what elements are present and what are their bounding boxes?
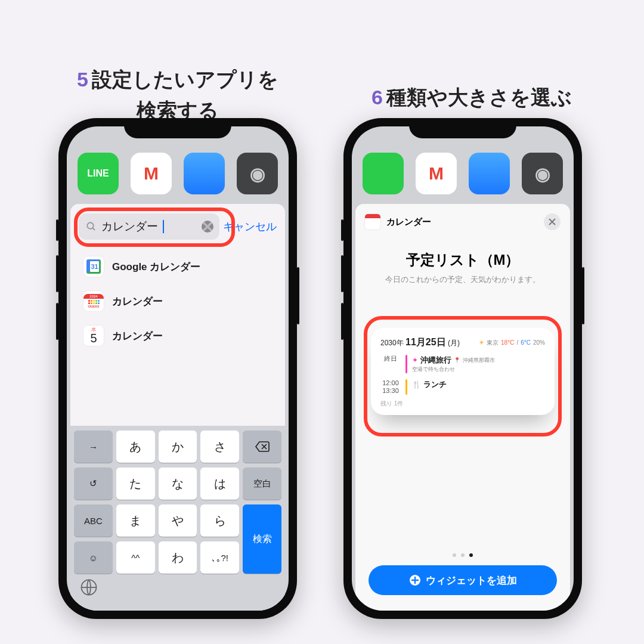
widget-picker-sheet: カレンダー 予定リスト（M） 今日のこれからの予定、天気がわかります。 2030…: [355, 204, 570, 611]
fork-knife-icon: 🍴: [412, 380, 421, 389]
app-camera-icon: ◉: [237, 153, 278, 194]
step-5-text: 設定したいアプリを 検索する: [92, 68, 278, 122]
app-gmail-icon: M: [416, 153, 457, 194]
key-a[interactable]: あ: [116, 431, 155, 463]
app-safari-icon: [184, 153, 225, 194]
home-apps-row: LINE M ◉: [67, 153, 289, 212]
key-abc[interactable]: ABC: [74, 504, 113, 537]
widget-subtitle: 今日のこれからの予定、天気がわかります。: [365, 274, 561, 285]
key-punct[interactable]: ､｡?!: [200, 541, 239, 574]
widget-title: 予定リスト（M）: [365, 250, 561, 270]
widget-preview[interactable]: 2030年 11月25日 (月) ☀ 東京 18°C/6°C 20% 終日: [371, 328, 555, 415]
preview-date: 2030年 11月25日 (月): [380, 336, 460, 349]
close-button[interactable]: [544, 213, 561, 230]
svg-point-0: [87, 222, 94, 229]
page-dots[interactable]: [365, 553, 561, 557]
app-line-icon: [363, 153, 404, 194]
preview-weather: ☀ 東京 18°C/6°C 20%: [479, 339, 545, 347]
key-ka[interactable]: か: [159, 431, 197, 463]
step-6-text: 種類や大きさを選ぶ: [386, 86, 572, 109]
app-safari-icon: [469, 153, 510, 194]
app-camera-icon: ◉: [522, 153, 563, 194]
step-6-number: 6: [371, 86, 383, 109]
key-ha[interactable]: は: [200, 467, 239, 500]
preview-remaining: 残り 1件: [380, 400, 545, 408]
key-arrow[interactable]: →: [74, 431, 113, 463]
result-ios-calendar[interactable]: 水 5 カレンダー: [73, 318, 283, 353]
phone-left: LINE M ◉ カレンダー キャンセル: [58, 118, 297, 619]
key-wa[interactable]: わ: [159, 541, 197, 574]
home-apps-row-2: M ◉: [352, 153, 574, 212]
yahoo-calendar-icon: [365, 214, 380, 230]
google-calendar-icon: [83, 256, 104, 277]
plus-circle-icon: [409, 574, 421, 586]
add-widget-button[interactable]: ウィジェットを追加: [369, 565, 557, 595]
globe-icon[interactable]: [80, 578, 98, 596]
preview-event-2: 12:0013:30 🍴 ランチ: [380, 379, 545, 395]
app-line-icon: LINE: [78, 153, 119, 194]
key-space[interactable]: 空白: [243, 467, 281, 500]
preview-event-1: 終日 ✦ 沖縄旅行 📍 沖縄県那覇市 空港で待ち合わせ: [380, 355, 545, 373]
key-backspace[interactable]: [243, 431, 281, 463]
key-ya[interactable]: や: [159, 504, 197, 537]
search-input[interactable]: カレンダー: [79, 213, 219, 240]
phone-right: M ◉ カレンダー 予定リスト（M） 今日のこれからの予定、天気がわかります。 …: [343, 118, 582, 619]
clear-search-icon[interactable]: [202, 221, 213, 233]
text-cursor: [163, 220, 164, 233]
key-na[interactable]: な: [159, 467, 197, 500]
widget-search-sheet: カレンダー キャンセル Google カレンダー 2024: [70, 204, 285, 611]
key-ra[interactable]: ら: [200, 504, 239, 537]
yahoo-calendar-icon: 2024 YAHOO!: [83, 291, 104, 311]
key-ta[interactable]: た: [116, 467, 155, 500]
app-gmail-icon: M: [131, 153, 172, 194]
key-caret[interactable]: ^^: [116, 541, 155, 574]
key-ma[interactable]: ま: [116, 504, 155, 537]
search-value: カレンダー: [101, 219, 158, 234]
result-google-calendar[interactable]: Google カレンダー: [73, 249, 283, 284]
close-icon: [549, 218, 556, 225]
search-icon: [86, 221, 97, 232]
step-5-number: 5: [77, 68, 88, 91]
sparkle-icon: ✦: [412, 356, 418, 364]
key-undo[interactable]: ↺: [74, 467, 113, 500]
cancel-button[interactable]: キャンセル: [223, 219, 277, 234]
key-sa[interactable]: さ: [200, 431, 239, 463]
backspace-icon: [255, 441, 270, 453]
weather-icon: ☀: [479, 339, 484, 346]
ios-calendar-icon: 水 5: [83, 326, 104, 346]
pin-icon: 📍: [454, 357, 460, 363]
result-yahoo-calendar[interactable]: 2024 YAHOO! カレンダー: [73, 284, 283, 318]
picker-app-title: カレンダー: [386, 216, 431, 228]
key-emoji[interactable]: ☺: [74, 541, 113, 574]
keyboard: → あ か さ ↺ た な は 空白 ABC ま: [70, 426, 285, 611]
